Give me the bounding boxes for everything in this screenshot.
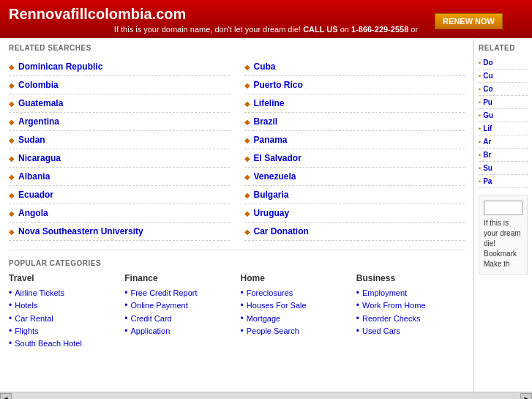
list-item[interactable]: ◆ Dominican Republic: [9, 58, 230, 76]
list-item[interactable]: Houses For Sale: [241, 300, 349, 310]
sidebar-link[interactable]: Ar: [483, 138, 491, 146]
call-us-link[interactable]: CALL US: [303, 25, 337, 34]
search-link[interactable]: Argentina: [18, 116, 59, 127]
sidebar-link[interactable]: Cu: [483, 72, 492, 80]
phone-link[interactable]: 1-866-229-2558: [351, 25, 408, 34]
list-item[interactable]: ◆ Guatemala: [9, 94, 230, 113]
business-link[interactable]: Employment: [362, 288, 407, 298]
list-item[interactable]: ◆ Angola: [9, 204, 230, 223]
business-link[interactable]: Reorder Checks: [362, 313, 420, 324]
sidebar-item[interactable]: • Pa: [479, 175, 528, 188]
list-item[interactable]: Flights: [9, 326, 117, 336]
list-item[interactable]: Used Cars: [356, 326, 465, 336]
search-link[interactable]: Colombia: [18, 80, 59, 90]
travel-link[interactable]: Flights: [15, 326, 38, 336]
search-link[interactable]: Uruguay: [254, 208, 290, 218]
sidebar-link[interactable]: Pu: [483, 98, 492, 106]
sidebar-item[interactable]: • Pu: [479, 96, 528, 109]
business-link[interactable]: Work From Home: [362, 300, 426, 310]
list-item[interactable]: ◆ Brazil: [244, 113, 465, 131]
list-item[interactable]: Application: [124, 326, 233, 336]
search-link[interactable]: Panama: [254, 135, 288, 145]
list-item[interactable]: ◆ Nicaragua: [9, 149, 230, 168]
finance-link[interactable]: Credit Card: [130, 313, 171, 324]
list-item[interactable]: ◆ El Salvador: [244, 149, 465, 168]
sidebar-link[interactable]: Lif: [483, 124, 492, 133]
home-link[interactable]: Mortgage: [247, 313, 280, 324]
list-item[interactable]: ◆ Colombia: [9, 76, 230, 94]
sidebar-item[interactable]: • Cu: [479, 70, 528, 83]
list-item[interactable]: Airline Tickets: [9, 288, 117, 298]
list-item[interactable]: ◆ Venezuela: [244, 168, 465, 186]
search-link[interactable]: Nicaragua: [18, 153, 61, 163]
list-item[interactable]: ◆ Sudan: [9, 131, 230, 149]
search-link[interactable]: Brazil: [254, 116, 278, 127]
search-link[interactable]: Nova Southeastern University: [18, 226, 143, 236]
search-link[interactable]: Sudan: [18, 135, 45, 145]
sidebar-item[interactable]: • Ar: [479, 135, 528, 149]
sidebar-item[interactable]: • Br: [479, 149, 528, 162]
list-item[interactable]: ◆ Panama: [244, 131, 465, 149]
list-item[interactable]: ◆ Ecuador: [9, 186, 230, 204]
travel-link[interactable]: Airline Tickets: [15, 288, 64, 298]
list-item[interactable]: South Beach Hotel: [9, 338, 117, 348]
list-item[interactable]: Hotels: [9, 300, 117, 310]
list-item[interactable]: Reorder Checks: [356, 313, 465, 324]
list-item[interactable]: Foreclosures: [241, 288, 349, 298]
scroll-right-button[interactable]: ►: [520, 393, 532, 400]
list-item[interactable]: ◆ Cuba: [244, 58, 465, 76]
sidebar-link[interactable]: Co: [483, 85, 492, 93]
home-link[interactable]: Foreclosures: [247, 288, 293, 298]
home-link[interactable]: Houses For Sale: [247, 300, 307, 310]
renew-now-button[interactable]: RENEW NOW: [435, 13, 503, 29]
search-link[interactable]: Albania: [18, 171, 50, 182]
list-item[interactable]: ◆ Car Donation: [244, 223, 465, 241]
sidebar-item[interactable]: • Do: [479, 56, 528, 70]
sidebar-link[interactable]: Su: [483, 164, 492, 172]
search-link[interactable]: Bulgaria: [254, 190, 289, 200]
list-item[interactable]: ◆ Argentina: [9, 113, 230, 131]
list-item[interactable]: People Search: [241, 326, 349, 336]
list-item[interactable]: ◆ Lifeline: [244, 94, 465, 113]
list-item[interactable]: Car Rental: [9, 313, 117, 324]
search-link[interactable]: El Salvador: [254, 153, 301, 163]
list-item[interactable]: Employment: [356, 288, 465, 298]
list-item[interactable]: ◆ Albania: [9, 168, 230, 186]
list-item[interactable]: Mortgage: [241, 313, 349, 324]
list-item[interactable]: Free Credit Report: [124, 288, 233, 298]
sidebar-link[interactable]: Do: [483, 59, 492, 67]
search-link[interactable]: Car Donation: [254, 226, 309, 236]
finance-link[interactable]: Online Payment: [130, 300, 187, 310]
scroll-left-button[interactable]: ◄: [0, 393, 12, 400]
sidebar-link[interactable]: Gu: [483, 111, 493, 119]
search-link[interactable]: Guatemala: [18, 98, 63, 108]
business-link[interactable]: Used Cars: [362, 326, 400, 336]
search-link[interactable]: Ecuador: [18, 190, 53, 200]
bottom-scrollbar[interactable]: ◄ ►: [0, 392, 532, 399]
travel-link[interactable]: Hotels: [15, 300, 37, 310]
finance-link[interactable]: Free Credit Report: [130, 288, 197, 298]
sidebar-item[interactable]: • Su: [479, 162, 528, 175]
travel-link[interactable]: Car Rental: [15, 313, 53, 324]
search-link[interactable]: Lifeline: [254, 98, 285, 108]
search-link[interactable]: Puerto Rico: [254, 80, 303, 90]
list-item[interactable]: ◆ Bulgaria: [244, 186, 465, 204]
sidebar-search-input[interactable]: [484, 201, 522, 215]
sidebar-item[interactable]: • Gu: [479, 109, 528, 122]
sidebar-item[interactable]: • Lif: [479, 122, 528, 135]
list-item[interactable]: ◆ Uruguay: [244, 204, 465, 223]
home-link[interactable]: People Search: [247, 326, 299, 336]
travel-link[interactable]: South Beach Hotel: [15, 338, 82, 348]
sidebar-link[interactable]: Br: [483, 151, 491, 159]
finance-link[interactable]: Application: [130, 326, 170, 336]
search-link[interactable]: Venezuela: [254, 171, 296, 182]
sidebar-item[interactable]: • Co: [479, 83, 528, 96]
list-item[interactable]: Credit Card: [124, 313, 233, 324]
search-link[interactable]: Cuba: [254, 61, 276, 72]
search-link[interactable]: Dominican Republic: [18, 61, 102, 72]
list-item[interactable]: ◆ Puerto Rico: [244, 76, 465, 94]
sidebar-link[interactable]: Pa: [483, 177, 492, 185]
list-item[interactable]: Work From Home: [356, 300, 465, 310]
list-item[interactable]: Online Payment: [124, 300, 233, 310]
search-link[interactable]: Angola: [18, 208, 48, 218]
